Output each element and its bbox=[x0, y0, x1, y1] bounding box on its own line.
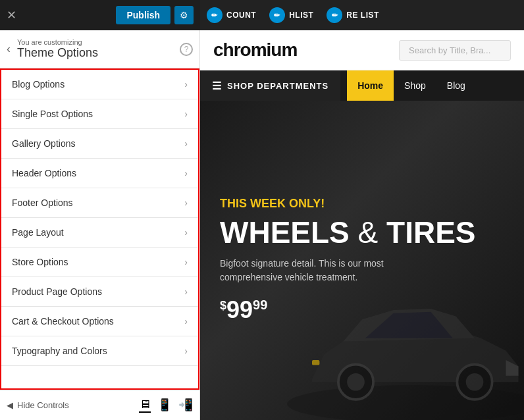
menu-item-gallery[interactable]: Gallery Options › bbox=[1, 129, 198, 159]
sidebar: ‹ You are customizing Theme Options ? Bl… bbox=[0, 30, 200, 420]
back-button[interactable]: ‹ bbox=[7, 42, 11, 56]
menu-item-label: Store Options bbox=[12, 257, 68, 267]
top-bar-right: ✏ COUNT ✏ HLIST ✏ RE LIST bbox=[200, 0, 524, 30]
publish-button[interactable]: Publish bbox=[116, 6, 170, 24]
svg-rect-5 bbox=[312, 360, 319, 365]
site-logo: chromium bbox=[213, 39, 297, 61]
search-box[interactable]: Search by Title, Bra... bbox=[399, 40, 511, 61]
menu-item-label: Blog Options bbox=[12, 79, 65, 90]
svg-point-4 bbox=[466, 373, 484, 391]
menu-item-label: Gallery Options bbox=[12, 138, 75, 149]
chevron-right-icon: › bbox=[184, 138, 188, 149]
menu-item-label: Product Page Options bbox=[12, 286, 102, 297]
nav-link-home[interactable]: Home bbox=[347, 70, 394, 101]
nav-dept-label: SHOP DEPARTMENTS bbox=[227, 81, 328, 91]
chevron-right-icon: › bbox=[184, 197, 188, 208]
menu-item-single-post[interactable]: Single Post Options › bbox=[1, 99, 198, 129]
top-bar-left: ✕ Publish ⚙ bbox=[0, 6, 200, 24]
edit-icon-3[interactable]: ✏ bbox=[327, 7, 342, 23]
tablet-icon[interactable]: 📱 bbox=[157, 398, 172, 413]
nav-link-blog[interactable]: Blog bbox=[436, 70, 476, 101]
publish-area: Publish ⚙ bbox=[116, 6, 194, 24]
menu-item-page-layout[interactable]: Page Layout › bbox=[1, 218, 198, 248]
sidebar-header: ‹ You are customizing Theme Options ? bbox=[0, 30, 199, 68]
chevron-right-icon: › bbox=[184, 286, 188, 297]
sidebar-header-text: You are customizing Theme Options bbox=[17, 38, 180, 60]
edit-icon-1[interactable]: ✏ bbox=[207, 7, 223, 23]
hero-title-and: & bbox=[350, 215, 386, 249]
menu-list: Blog Options › Single Post Options › Gal… bbox=[0, 68, 199, 390]
nav-link-shop[interactable]: Shop bbox=[394, 70, 436, 101]
menu-item-header[interactable]: Header Options › bbox=[1, 159, 198, 188]
menu-item-store[interactable]: Store Options › bbox=[1, 248, 198, 277]
chevron-right-icon: › bbox=[184, 257, 188, 267]
chevron-right-icon: › bbox=[184, 109, 188, 119]
nav-item-label-3: RE LIST bbox=[346, 11, 379, 20]
top-bar: ✕ Publish ⚙ ✏ COUNT ✏ HLIST ✏ RE LIST bbox=[0, 0, 524, 30]
hero-week-only: THIS WEEK ONLY! bbox=[220, 197, 504, 211]
preview-nav: ☰ SHOP DEPARTMENTS Home Shop Blog bbox=[200, 70, 524, 101]
hide-controls-arrow-icon: ◀ bbox=[7, 400, 13, 410]
menu-item-label: Cart & Checkout Options bbox=[12, 316, 114, 327]
menu-item-label: Footer Options bbox=[12, 197, 73, 208]
car-silhouette bbox=[287, 275, 524, 420]
hide-controls-label: Hide Controls bbox=[17, 400, 69, 410]
close-button[interactable]: ✕ bbox=[7, 8, 16, 22]
nav-links: Home Shop Blog bbox=[340, 70, 524, 101]
desktop-icon[interactable]: 🖥 bbox=[139, 398, 151, 413]
svg-point-2 bbox=[347, 373, 365, 391]
chevron-right-icon: › bbox=[184, 346, 188, 356]
hero-price-main: 99 bbox=[226, 296, 253, 323]
menu-item-label: Page Layout bbox=[12, 227, 64, 238]
hide-controls-button[interactable]: ◀ Hide Controls bbox=[7, 400, 69, 410]
theme-title: Theme Options bbox=[17, 46, 180, 60]
nav-item-label-1: COUNT bbox=[226, 11, 256, 20]
menu-item-label: Header Options bbox=[12, 168, 76, 178]
menu-item-footer[interactable]: Footer Options › bbox=[1, 188, 198, 218]
nav-edit-item-3: ✏ RE LIST bbox=[327, 7, 379, 23]
mobile-icon[interactable]: 📲 bbox=[178, 398, 193, 413]
nav-item-label-2: HLIST bbox=[289, 11, 313, 20]
preview-site-header: chromium Search by Title, Bra... bbox=[200, 30, 524, 70]
chevron-right-icon: › bbox=[184, 168, 188, 178]
gear-button[interactable]: ⚙ bbox=[174, 6, 194, 24]
menu-item-label: Typography and Colors bbox=[12, 346, 107, 356]
sidebar-bottom: ◀ Hide Controls 🖥 📱 📲 bbox=[0, 390, 199, 420]
edit-icon-2[interactable]: ✏ bbox=[269, 7, 285, 23]
chevron-right-icon: › bbox=[184, 227, 188, 238]
preview-area: chromium Search by Title, Bra... ☰ SHOP … bbox=[200, 30, 524, 420]
hero-title-wheels: WHEELS bbox=[220, 215, 350, 249]
hero-title: WHEELS & TIRES bbox=[220, 216, 504, 249]
nav-shop-departments[interactable]: ☰ SHOP DEPARTMENTS bbox=[200, 70, 340, 101]
preview-hero: THIS WEEK ONLY! WHEELS & TIRES Bigfoot s… bbox=[200, 101, 524, 420]
menu-item-cart-checkout[interactable]: Cart & Checkout Options › bbox=[1, 307, 198, 336]
nav-edit-item-2: ✏ HLIST bbox=[269, 7, 313, 23]
hero-price-cents: 99 bbox=[253, 298, 267, 312]
menu-item-blog-options[interactable]: Blog Options › bbox=[1, 70, 198, 99]
menu-item-typography[interactable]: Typography and Colors › bbox=[1, 336, 198, 366]
help-icon[interactable]: ? bbox=[180, 43, 193, 56]
customizing-label: You are customizing bbox=[17, 38, 180, 46]
device-icons: 🖥 📱 📲 bbox=[139, 398, 193, 413]
chevron-right-icon: › bbox=[184, 316, 188, 327]
nav-edit-item-1: ✏ COUNT bbox=[207, 7, 256, 23]
menu-item-product-page[interactable]: Product Page Options › bbox=[1, 277, 198, 307]
hamburger-icon: ☰ bbox=[212, 80, 222, 92]
hero-price-symbol: $ bbox=[220, 299, 226, 312]
hero-title-tires: TIRES bbox=[386, 215, 475, 249]
main-content: ‹ You are customizing Theme Options ? Bl… bbox=[0, 30, 524, 420]
menu-item-label: Single Post Options bbox=[12, 109, 93, 119]
chevron-right-icon: › bbox=[184, 79, 188, 90]
